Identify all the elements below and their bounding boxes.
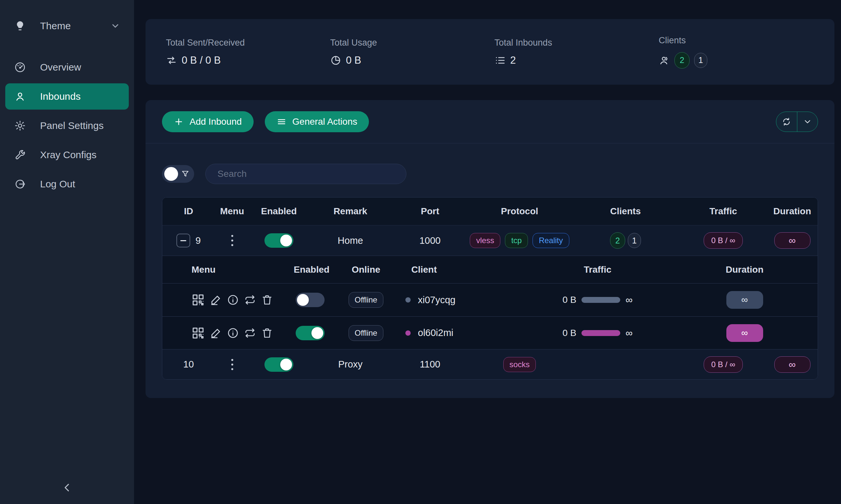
col-header-menu: Menu [215,206,250,217]
subcol-header-menu: Menu [191,265,294,275]
sidebar: Theme Overview Inbounds [0,0,134,504]
inbound-enabled-toggle[interactable] [264,357,293,372]
col-header-id: ID [162,206,215,217]
duration-badge: ∞ [774,232,810,249]
stat-clients: Clients 2 1 [659,35,823,69]
inbound-remark: Proxy [338,359,362,370]
stat-value: 0 B / 0 B [182,54,221,66]
collapse-row-button[interactable] [176,234,190,247]
stat-total-inbounds: Total Inbounds 2 [494,38,659,66]
stat-label: Total Usage [330,38,494,48]
add-inbound-button[interactable]: Add Inbound [162,111,254,132]
info-icon[interactable] [227,327,239,339]
stat-label: Clients [659,35,823,46]
reset-traffic-icon[interactable] [244,327,256,339]
qr-code-icon[interactable] [191,326,205,340]
chevron-down-icon [110,21,120,31]
client-traffic-used: 0 B [562,295,576,305]
refresh-dropdown-button[interactable] [797,112,818,131]
client-traffic-cap: ∞ [625,327,632,339]
search-input[interactable] [205,164,406,184]
chevron-left-icon [62,482,73,493]
online-status-badge: Offline [348,325,384,341]
client-row: Offline ol60i2mi 0 B ∞ ∞ [162,316,818,349]
inbound-id: 10 [183,359,194,370]
pie-chart-icon [330,55,341,66]
sidebar-item-label: Inbounds [40,91,81,102]
transfer-icon [166,55,177,66]
inbounds-panel: Add Inbound General Actions [145,100,835,398]
gear-icon [14,120,26,132]
inbound-enabled-toggle[interactable] [264,233,293,248]
sidebar-item-logout[interactable]: Log Out [5,171,129,197]
delete-icon[interactable] [261,294,273,306]
stat-total-sent-received: Total Sent/Received 0 B / 0 B [166,38,330,66]
sidebar-item-label: Xray Configs [40,149,97,160]
protocol-badge: socks [503,357,536,372]
reset-traffic-icon[interactable] [244,294,256,306]
sidebar-item-overview[interactable]: Overview [5,54,129,80]
protocol-badge: vless [470,233,500,248]
protocol-badge: Reality [533,233,569,248]
inbounds-table: ID Menu Enabled Remark Port Protocol Cli… [162,197,818,380]
add-inbound-label: Add Inbound [190,116,242,127]
sidebar-item-inbounds[interactable]: Inbounds [5,83,129,110]
users-icon [659,55,670,66]
stat-value: 2 [510,54,516,66]
edit-icon[interactable] [210,327,222,339]
filter-toggle[interactable] [162,165,194,183]
chevron-down-icon [803,117,812,126]
sidebar-item-label: Theme [40,20,71,32]
search-row [145,143,835,184]
inbound-port: 1000 [419,235,441,246]
row-menu-icon[interactable] [229,357,235,372]
online-status-badge: Offline [348,292,384,308]
stats-card: Total Sent/Received 0 B / 0 B Total Usag… [145,19,835,85]
main-content: Total Sent/Received 0 B / 0 B Total Usag… [134,0,841,504]
sidebar-item-xray-configs[interactable]: Xray Configs [5,142,129,168]
traffic-progress-bar [582,297,620,303]
col-header-remark: Remark [308,206,392,217]
plus-icon [174,117,184,127]
client-enabled-toggle[interactable] [296,326,325,340]
col-header-duration: Duration [767,206,818,217]
sidebar-item-label: Panel Settings [40,120,103,131]
client-name: xi07ycqg [418,295,455,305]
subcol-header-duration: Duration [671,265,818,275]
stat-value: 0 B [346,54,361,66]
traffic-badge: 0 B / ∞ [704,356,743,373]
row-menu-icon[interactable] [229,233,235,248]
clients-deactive-badge: 1 [694,53,707,68]
delete-icon[interactable] [261,327,273,339]
client-name: ol60i2mi [418,327,453,338]
user-icon [14,90,26,103]
client-duration-badge: ∞ [726,291,763,309]
refresh-icon [782,117,791,126]
edit-icon[interactable] [210,294,222,306]
clients-online-badge: 2 [674,52,689,69]
info-icon[interactable] [227,294,239,306]
refresh-button[interactable] [776,112,797,131]
app-root: Theme Overview Inbounds [0,0,841,504]
clients-header-row: Menu Enabled Online Client Traffic Durat… [162,256,818,284]
col-header-clients: Clients [571,206,680,217]
sidebar-collapse-button[interactable] [0,479,134,497]
subcol-header-online: Online [327,265,406,275]
wrench-icon [14,149,26,161]
client-enabled-toggle[interactable] [296,293,325,307]
sidebar-item-label: Log Out [40,179,75,190]
logout-icon [14,178,26,190]
subcol-header-client: Client [406,265,524,275]
stat-label: Total Sent/Received [166,38,330,48]
subcol-header-enabled: Enabled [294,265,327,275]
lightbulb-icon [14,20,26,32]
duration-badge: ∞ [774,356,810,373]
col-header-traffic: Traffic [680,206,767,217]
qr-code-icon[interactable] [191,293,205,306]
stat-label: Total Inbounds [494,38,659,48]
traffic-badge: 0 B / ∞ [704,232,743,249]
sidebar-item-theme[interactable]: Theme [5,13,129,39]
inbound-row: 10 Proxy 1100 socks 0 B / ∞ [162,349,818,379]
general-actions-button[interactable]: General Actions [265,111,369,132]
sidebar-item-panel-settings[interactable]: Panel Settings [5,112,129,139]
